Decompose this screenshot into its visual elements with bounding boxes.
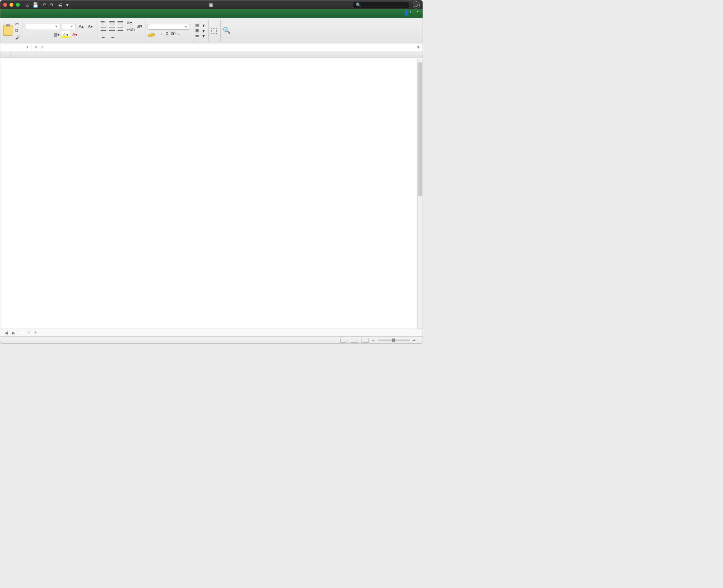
minimize-window-button[interactable] <box>10 3 13 7</box>
decrease-indent-icon[interactable]: ⇤ <box>100 34 107 41</box>
insert-cells-icon: ⬚ <box>211 26 217 35</box>
document-title: ▦ <box>209 2 215 7</box>
undo-icon[interactable]: ↶ <box>42 2 46 8</box>
font-size-dropdown[interactable]: ▼ <box>62 24 76 29</box>
add-sheet-button[interactable]: ＋ <box>30 330 41 336</box>
font-name-dropdown[interactable]: ▼ <box>25 24 60 29</box>
underline-button[interactable] <box>43 31 51 38</box>
normal-view-icon[interactable] <box>340 338 347 343</box>
editing-button[interactable]: 🔍 <box>223 26 231 35</box>
zoom-in-button[interactable]: + <box>413 338 416 342</box>
align-bottom-left-icon[interactable] <box>100 26 107 32</box>
expand-formula-bar-icon[interactable]: ▼ <box>414 45 423 50</box>
cond-format-icon: ▤ <box>195 23 199 28</box>
formula-bar: ▼ ✕ ✓ ▼ <box>0 43 423 51</box>
ribbon-tabstrip: 👤⁺ ˄ <box>0 9 423 18</box>
home-icon[interactable]: ⌂ <box>26 2 29 8</box>
select-all-corner[interactable] <box>0 51 11 57</box>
zoom-slider[interactable] <box>378 340 410 341</box>
format-as-table-button[interactable]: ▦▼ <box>195 28 205 33</box>
decrease-font-icon[interactable]: A▾ <box>86 23 94 30</box>
currency-icon[interactable] <box>148 31 156 37</box>
italic-button[interactable] <box>34 31 42 38</box>
name-box[interactable]: ▼ <box>0 45 31 50</box>
cells-group: ⬚ <box>211 19 221 42</box>
alignment-group: ⤭▾ ↩ab ⊞▾ ⇤ ⇥ <box>100 19 145 42</box>
customize-qat-icon[interactable]: ▾ <box>66 2 68 8</box>
chevron-up-icon[interactable]: ˄ <box>417 10 419 16</box>
font-group: ▼ ▼ A▴ A▾ ▦▾ ◇▾ A▾ <box>25 19 97 42</box>
merge-icon[interactable]: ⊞▾ <box>137 24 142 29</box>
number-format-dropdown[interactable]: ▼ <box>148 24 190 30</box>
orientation-icon[interactable]: ⤭▾ <box>126 20 135 25</box>
page-break-view-icon[interactable] <box>362 338 369 343</box>
enter-formula-icon[interactable]: ✓ <box>41 45 44 50</box>
save-icon[interactable]: 💾 <box>32 2 38 8</box>
page-layout-view-icon[interactable] <box>351 338 358 343</box>
search-input[interactable]: 🔍 <box>353 2 409 8</box>
cell-styles-button[interactable]: ▭▼ <box>195 34 205 38</box>
align-top-left-icon[interactable] <box>100 20 107 26</box>
cut-icon[interactable]: ✂ <box>15 21 20 26</box>
cell-styles-icon: ▭ <box>195 34 199 38</box>
decrease-decimal-icon[interactable]: .00→ <box>169 31 180 36</box>
clipboard-icon <box>3 25 13 36</box>
worksheet-grid <box>0 51 423 58</box>
font-color-icon[interactable]: A▾ <box>71 31 79 38</box>
editing-group: 🔍 <box>223 19 233 42</box>
ribbon: ✂ ⧉ 🖌 ▼ ▼ A▴ A▾ ▦▾ ◇▾ A▾ <box>0 18 423 43</box>
vertical-scrollbar[interactable] <box>417 59 423 329</box>
column-header-row <box>0 51 423 58</box>
align-bottom-right-icon[interactable] <box>116 26 124 32</box>
align-bottom-center-icon[interactable] <box>108 26 116 32</box>
sheet-tab-bar: ◀ ▶ ＋ <box>0 329 423 336</box>
format-painter-icon[interactable]: 🖌 <box>15 35 20 40</box>
paste-button[interactable] <box>3 25 13 36</box>
sheet-nav-prev-icon[interactable]: ◀ <box>3 330 9 335</box>
wrap-text-icon[interactable]: ↩ab <box>126 27 135 32</box>
magnifier-icon: 🔍 <box>223 26 231 34</box>
titlebar: ⌂ 💾 ↶ ↷ 🖨 ▾ ▦ 🔍 ☺ <box>0 0 423 9</box>
window-controls <box>3 3 20 7</box>
clipboard-group: ✂ ⧉ 🖌 <box>3 19 23 42</box>
cells-button[interactable]: ⬚ <box>211 26 217 35</box>
styles-group: ▤▼ ▦▼ ▭▼ <box>195 19 209 42</box>
borders-icon[interactable]: ▦▾ <box>53 31 60 38</box>
conditional-formatting-button[interactable]: ▤▼ <box>195 23 205 28</box>
sheet-nav-next-icon[interactable]: ▶ <box>11 330 17 335</box>
increase-font-icon[interactable]: A▴ <box>77 23 85 30</box>
align-top-center-icon[interactable] <box>108 20 116 26</box>
quick-access-toolbar: ⌂ 💾 ↶ ↷ 🖨 ▾ <box>26 2 68 8</box>
increase-decimal-icon[interactable]: ←.0 <box>160 31 168 36</box>
table-format-icon: ▦ <box>195 28 199 33</box>
align-top-right-icon[interactable] <box>116 20 124 26</box>
excel-file-icon: ▦ <box>209 2 213 7</box>
user-account-icon[interactable]: ☺ <box>413 1 420 8</box>
redo-icon[interactable]: ↷ <box>50 2 54 8</box>
cancel-formula-icon[interactable]: ✕ <box>34 45 38 50</box>
name-box-arrow-icon[interactable]: ▼ <box>26 46 29 49</box>
print-icon[interactable]: 🖨 <box>58 2 62 8</box>
app-window: ⌂ 💾 ↶ ↷ 🖨 ▾ ▦ 🔍 ☺ 👤⁺ ˄ <box>0 0 423 344</box>
bold-button[interactable] <box>25 31 33 38</box>
maximize-window-button[interactable] <box>16 3 20 7</box>
sheet-tab[interactable] <box>18 332 29 334</box>
increase-indent-icon[interactable]: ⇥ <box>109 34 116 41</box>
status-bar: − + <box>0 336 423 343</box>
share-button[interactable]: 👤⁺ ˄ <box>404 10 419 16</box>
fill-color-icon[interactable]: ◇▾ <box>62 31 70 38</box>
number-group: ▼ ←.0 .00→ <box>148 19 193 42</box>
share-icon: 👤⁺ <box>404 10 412 16</box>
search-icon: 🔍 <box>356 2 361 7</box>
copy-icon[interactable]: ⧉ <box>15 28 20 34</box>
close-window-button[interactable] <box>3 3 7 7</box>
zoom-out-button[interactable]: − <box>372 338 374 342</box>
